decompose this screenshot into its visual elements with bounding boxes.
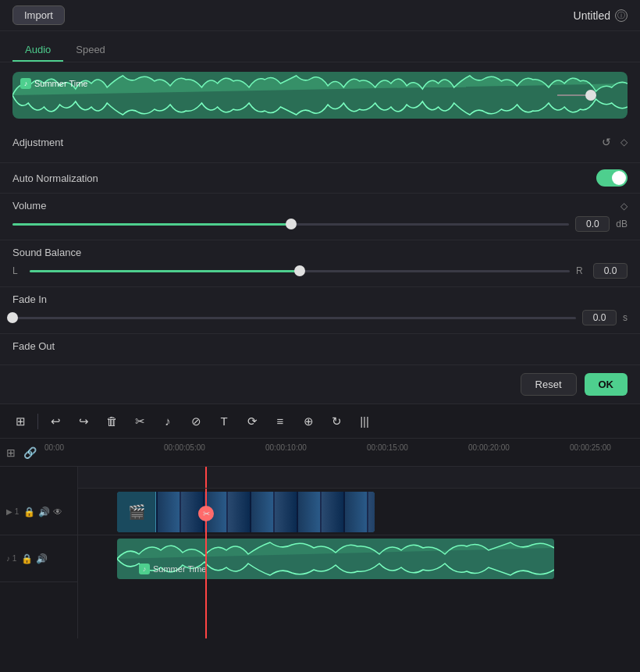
toolbar-cut-icon[interactable]: ✂ <box>129 411 151 432</box>
audio-clip[interactable]: ♪ Summer Time <box>117 539 554 579</box>
timeline-ruler: 00:00 00:00:05:00 00:00:10:00 00:00:15:0… <box>44 439 634 466</box>
volume-diamond-icon[interactable]: ◇ <box>620 201 628 212</box>
auto-normalization-label: Auto Normalization <box>12 172 98 184</box>
eye-icon-v[interactable]: 👁 <box>53 507 62 517</box>
sound-balance-header: Sound Balance <box>12 247 628 258</box>
volume-thumb[interactable] <box>286 219 297 229</box>
balance-right-label: R <box>576 265 587 276</box>
adjustment-title: Adjustment <box>12 137 63 148</box>
editor-toolbar: ⊞ ↩ ↪ 🗑 ✂ ♪ ⊘ T ⟳ ≡ ⊕ ↻ ||| <box>0 404 640 439</box>
video-frames <box>156 492 375 532</box>
action-row: Reset OK <box>0 365 640 404</box>
sound-balance-slider-row: L R 0.0 <box>12 263 628 279</box>
audio-clip-name: Summer Time <box>153 564 206 574</box>
volume-value[interactable]: 0.0 <box>575 216 610 232</box>
ruler-mark-5: 00:00:25:00 <box>570 443 611 452</box>
toolbar-rotate-icon[interactable]: ⟳ <box>241 411 263 432</box>
balance-fill <box>30 270 300 272</box>
sound-balance-label: Sound Balance <box>12 247 81 258</box>
ruler-mark-2: 00:00:10:00 <box>265 443 307 452</box>
info-icon[interactable]: ⓘ <box>615 9 628 22</box>
waveform-svg: // This will be rendered as static bars … <box>12 72 628 119</box>
fade-in-value[interactable]: 0.0 <box>582 310 617 325</box>
timeline-content: ✂ 🎬 ♪ Summer Time <box>78 467 640 638</box>
adjustment-diamond-icon[interactable]: ◇ <box>620 137 628 148</box>
toolbar-undo-icon[interactable]: ↩ <box>44 411 66 432</box>
balance-left-label: L <box>12 265 23 276</box>
ok-button[interactable]: OK <box>585 373 628 396</box>
waveform-track-name: Summer Time <box>34 79 87 88</box>
ruler-mark-4: 00:00:20:00 <box>468 443 510 452</box>
audio-track-label: ♪ 1 🔒 🔊 <box>0 535 77 582</box>
video-thumbnail: 🎬 <box>117 492 156 532</box>
toolbar-text-icon[interactable]: T <box>213 411 235 432</box>
balance-slider[interactable] <box>30 270 570 272</box>
video-track-label: ▶ 1 🔒 🔊 👁 <box>0 489 77 535</box>
toolbar-redo-icon[interactable]: ↪ <box>73 411 94 432</box>
audio-icon-v[interactable]: 🔊 <box>38 507 50 517</box>
audio-track-num: ♪ 1 <box>6 554 16 563</box>
ruler-mark-0: 00:00 <box>44 443 64 452</box>
fade-out-section: Fade Out <box>0 334 640 365</box>
volume-slider-row: 0.0 dB <box>12 216 628 232</box>
music-icon: ♪ <box>20 78 31 89</box>
adjustment-header: Adjustment ↺ ◇ <box>12 136 628 148</box>
import-button[interactable]: Import <box>12 5 65 25</box>
toolbar-no-icon[interactable]: ⊘ <box>185 411 207 432</box>
balance-value[interactable]: 0.0 <box>593 263 628 279</box>
toolbar-delete-icon[interactable]: 🗑 <box>101 411 123 432</box>
waveform-container: ♪ Summer Time // This will be rendered a… <box>12 72 628 119</box>
fade-in-unit: s <box>623 312 628 323</box>
panel-tabs: Audio Speed <box>0 31 640 62</box>
waveform-label: ♪ Summer Time <box>20 78 87 89</box>
volume-header: Volume ◇ <box>12 200 628 212</box>
toolbar-levels-icon[interactable]: ||| <box>354 411 375 432</box>
toolbar-divider-1 <box>37 414 38 429</box>
ruler-mark-1: 00:00:05:00 <box>164 443 205 452</box>
audio-track-icons: 🔒 🔊 <box>21 553 48 564</box>
timeline-tracks: ▶ 1 🔒 🔊 👁 ♪ 1 🔒 🔊 ✂ <box>0 467 640 638</box>
timeline-left-panel: ▶ 1 🔒 🔊 👁 ♪ 1 🔒 🔊 <box>0 467 78 638</box>
fade-in-slider-row: 0.0 s <box>12 310 628 325</box>
adjustment-section: Adjustment ↺ ◇ <box>0 128 640 163</box>
volume-slider[interactable] <box>12 223 569 226</box>
fade-in-header: Fade In <box>12 293 628 305</box>
lock-icon-v[interactable]: 🔒 <box>23 507 35 517</box>
timeline-controls: ⊞ 🔗 00:00 00:00:05:00 00:00:10:00 00:00:… <box>0 439 640 467</box>
top-bar: Import Untitled ⓘ <box>0 0 640 31</box>
toolbar-adjust-icon[interactable]: ≡ <box>269 411 291 432</box>
toolbar-overlay-icon[interactable]: ⊕ <box>297 411 319 432</box>
fade-in-thumb[interactable] <box>7 312 18 323</box>
playhead-handle[interactable]: ✂ <box>198 506 214 521</box>
video-clip[interactable]: 🎬 <box>117 492 375 532</box>
audio-icon-a[interactable]: 🔊 <box>36 553 48 564</box>
waveform-volume-knob[interactable] <box>585 90 596 101</box>
audio-panel: Audio Speed ♪ Summer Time <box>0 31 640 404</box>
ruler-spacer <box>0 467 77 489</box>
volume-unit: dB <box>616 219 628 229</box>
tab-audio[interactable]: Audio <box>12 39 63 62</box>
lock-icon-a[interactable]: 🔒 <box>21 553 33 564</box>
timeline-ruler-row <box>78 467 640 489</box>
timeline-grid-icon[interactable]: ⊞ <box>6 446 16 459</box>
toolbar-grid-icon[interactable]: ⊞ <box>9 411 31 432</box>
playhead-ruler-line <box>205 467 207 488</box>
volume-fill <box>12 223 291 226</box>
title-area: Untitled ⓘ <box>574 9 628 22</box>
balance-thumb[interactable] <box>294 265 305 276</box>
auto-normalization-toggle[interactable] <box>596 169 628 187</box>
toolbar-audio-icon[interactable]: ♪ <box>157 411 179 432</box>
fade-in-slider[interactable] <box>12 317 576 319</box>
toggle-knob <box>612 171 626 185</box>
fade-in-label: Fade In <box>12 293 47 305</box>
fade-out-label: Fade Out <box>12 340 55 352</box>
volume-label: Volume <box>12 200 46 212</box>
reset-button[interactable]: Reset <box>521 373 577 396</box>
toolbar-refresh-icon[interactable]: ↻ <box>325 411 347 432</box>
timeline-link-icon[interactable]: 🔗 <box>23 446 37 459</box>
video-track-num: ▶ 1 <box>6 507 19 516</box>
reset-icon[interactable]: ↺ <box>602 136 611 148</box>
project-title: Untitled <box>574 9 610 22</box>
tab-speed[interactable]: Speed <box>63 39 118 62</box>
volume-section: Volume ◇ 0.0 dB <box>0 194 640 240</box>
